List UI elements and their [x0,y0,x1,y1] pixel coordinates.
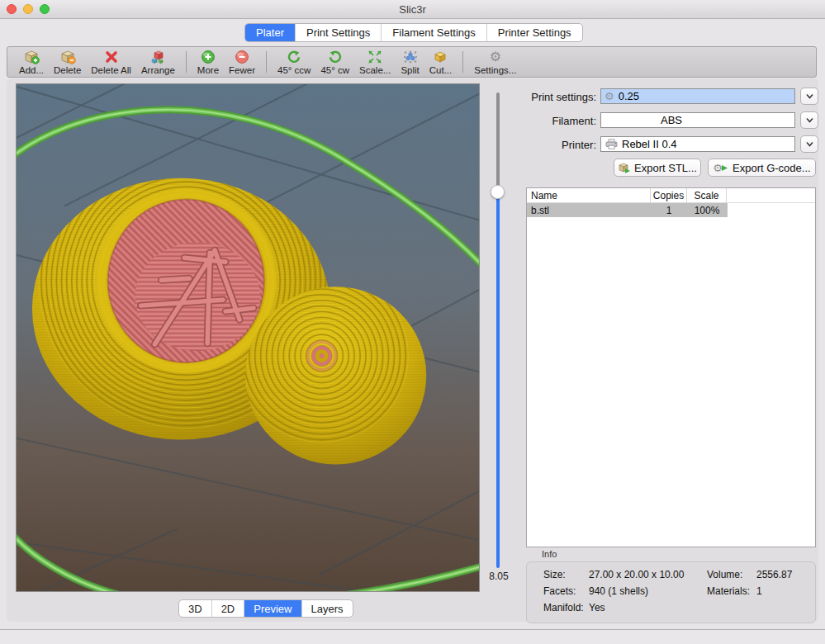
tab-filament-settings[interactable]: Filament Settings [382,24,486,41]
facets-label: Facets: [543,585,576,597]
cubes-icon [149,50,166,64]
view-mode-tabs: 3D 2D Preview Layers [178,599,353,618]
toolbar-label: Fewer [229,65,255,75]
plater-toolbar: Add... Delete Delete All Arrange [7,46,817,78]
rotate-cw-button[interactable]: 45° cw [320,48,349,75]
facets-value: 940 (1 shells) [589,585,648,597]
layer-slider-track-upper[interactable] [496,92,500,192]
toolbar-label: Add... [19,65,44,75]
add-button[interactable]: Add... [19,48,44,75]
cell-name: b.stl [527,203,651,217]
manifold-label: Manifold: [543,602,584,613]
fewer-button[interactable]: Fewer [229,48,255,75]
settings-button[interactable]: ⚙ Settings... [474,48,516,75]
red-minus-icon [234,50,250,64]
top-infill-red [108,200,264,362]
column-header-copies[interactable]: Copies [651,188,687,202]
view-tab-layers[interactable]: Layers [302,600,353,617]
cell-copies: 1 [651,203,687,217]
chevron-down-icon [805,117,814,123]
chevron-down-icon [805,93,814,99]
filament-value: ABS [601,114,682,126]
layer-height-value: 8.05 [483,571,514,582]
red-x-icon [103,50,120,64]
volume-label: Volume: [707,569,742,580]
toolbar-label: Scale... [359,65,391,75]
box-plus-icon [23,50,40,64]
info-section-title: Info [542,549,557,559]
toolbar-separator [266,51,267,73]
printer-dropdown-button[interactable] [800,135,818,153]
view-tab-2d[interactable]: 2D [212,600,245,617]
toolbar-label: More [197,65,219,75]
tab-print-settings[interactable]: Print Settings [296,24,382,41]
printer-value: Rebel II 0.4 [622,138,677,150]
more-button[interactable]: More [197,48,219,75]
toolbar-label: Split [401,65,419,75]
object-list-table: Name Copies Scale b.stl 1 100% [526,187,816,547]
toolbar-label: Delete [54,65,81,75]
sliced-model-scene [17,84,479,591]
volume-value: 2556.87 [756,569,792,580]
export-stl-button[interactable]: Export STL... [614,159,701,177]
toolbar-separator [462,51,463,73]
printer-combo[interactable]: Rebel II 0.4 [600,136,795,152]
window-title: Slic3r [0,3,825,16]
object-list-header: Name Copies Scale [527,188,815,203]
materials-value: 1 [756,585,762,597]
filament-combo[interactable]: ABS [600,112,795,128]
split-dots-icon [402,50,419,64]
print-settings-combo[interactable]: ⚙ 0.25 [600,88,795,104]
cut-button[interactable]: Cut... [429,48,452,75]
materials-label: Materials: [707,585,750,597]
info-panel: Size: 27.00 x 20.00 x 10.00 Volume: 2556… [526,561,816,623]
arrange-button[interactable]: Arrange [141,48,175,75]
gold-box-icon [432,50,448,64]
window-footer [0,630,825,644]
size-value: 27.00 x 20.00 x 10.00 [589,569,684,580]
print-settings-label: Print settings: [512,91,596,103]
view-tab-3d[interactable]: 3D [179,600,212,617]
box-export-icon [618,162,630,173]
column-header-scale[interactable]: Scale [687,188,727,202]
gear-icon: ⚙ [490,50,501,64]
main-tab-strip: Plater Print Settings Filament Settings … [244,23,583,42]
scale-arrows-icon [367,50,383,64]
printer-icon [605,139,618,149]
tab-printer-settings[interactable]: Printer Settings [487,24,582,41]
toolbar-label: Settings... [474,65,516,75]
delete-all-button[interactable]: Delete All [91,48,131,75]
toolbar-label: Arrange [141,65,175,75]
column-header-name[interactable]: Name [527,188,651,202]
filament-dropdown-button[interactable] [800,111,818,129]
title-bar: Slic3r [0,0,825,19]
split-button[interactable]: Split [401,48,419,75]
print-settings-dropdown-button[interactable] [800,88,818,105]
rotate-cw-icon [327,50,344,64]
print-settings-value: 0.25 [619,90,639,102]
layer-slider-track-filled[interactable] [496,192,500,568]
toolbar-label: 45° cw [320,65,349,75]
layer-slider-thumb[interactable] [491,185,505,199]
toolbar-label: 45° ccw [277,65,311,75]
toolbar-separator [186,51,187,73]
tab-plater[interactable]: Plater [245,24,296,41]
delete-button[interactable]: Delete [54,48,81,75]
manifold-value: Yes [589,602,605,613]
3d-preview-viewport[interactable] [16,83,480,592]
printer-label: Printer: [512,139,596,151]
toolbar-label: Cut... [429,65,452,75]
rotate-ccw-button[interactable]: 45° ccw [277,48,311,75]
scale-button[interactable]: Scale... [359,48,391,75]
export-gcode-button[interactable]: ⚙ Export G-code... [708,159,816,177]
rotate-ccw-icon [286,50,302,64]
cell-scale: 100% [687,203,727,217]
chevron-down-icon [805,141,814,147]
view-tab-preview[interactable]: Preview [244,600,301,617]
toolbar-label: Delete All [91,65,131,75]
green-plus-icon [200,50,216,64]
gear-icon: ⚙ [605,91,614,102]
size-label: Size: [543,569,566,580]
export-gcode-label: Export G-code... [733,162,811,174]
table-row[interactable]: b.stl 1 100% [527,203,728,217]
